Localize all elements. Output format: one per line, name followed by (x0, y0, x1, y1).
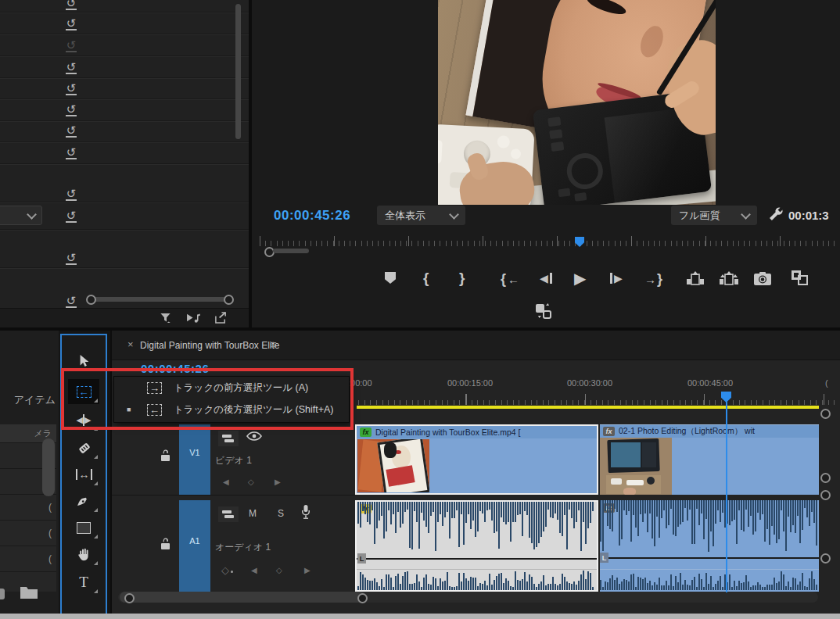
item-count-label: アイテム (14, 393, 56, 407)
audio-clip-1-selected[interactable]: fx L (355, 500, 598, 592)
sync-lock-icon[interactable] (218, 431, 239, 446)
track-scroll-handle[interactable] (820, 553, 831, 564)
fit-zoom-dropdown[interactable]: 全体表示 (377, 206, 465, 225)
video-clip-2[interactable]: fx 02-1 Photo Editing（LightRoom） wit (600, 424, 819, 495)
prev-keyframe-icon[interactable]: ◀ (223, 478, 229, 486)
playback-quality-dropdown[interactable]: フル画質 (671, 206, 757, 225)
keyframe-diamond-icon[interactable]: ◇ (248, 478, 254, 486)
type-tool[interactable]: T (68, 570, 99, 595)
slip-tool[interactable]: ↔ (68, 462, 99, 487)
reset-parameter-icon[interactable]: ↺ (64, 295, 78, 308)
reset-parameter-icon[interactable]: ↺ (64, 146, 78, 159)
step-back-icon[interactable]: ◀ (540, 272, 552, 284)
stacked-frames-icon[interactable] (792, 270, 808, 285)
volume-rubber-band[interactable] (600, 557, 819, 559)
mute-track-button[interactable]: M (246, 508, 259, 519)
next-keyframe-icon[interactable]: ▶ (275, 478, 281, 486)
keyframe-toggle-dot (231, 571, 233, 573)
new-bin-folder-icon[interactable] (20, 585, 38, 599)
rectangle-tool[interactable] (68, 515, 99, 540)
tool-flyout-mark (94, 455, 98, 459)
monitor-scrollbar[interactable] (273, 249, 309, 253)
fit-zoom-value: 全体表示 (385, 209, 425, 223)
mark-in-icon[interactable]: { (423, 270, 429, 287)
mark-out-icon[interactable]: } (459, 270, 465, 287)
export-frame-camera-icon[interactable] (754, 272, 771, 285)
keyframe-toggle-icon[interactable]: ◇ (221, 564, 229, 576)
a1-track-name[interactable]: オーディオ 1 (215, 541, 271, 554)
reset-parameter-icon[interactable]: ↺ (64, 252, 78, 265)
volume-rubber-band[interactable] (357, 558, 597, 560)
audio-clip-2[interactable]: fx L (600, 500, 819, 592)
channel-divider (600, 569, 819, 570)
track-lock-icon[interactable] (160, 449, 171, 462)
playback-quality-value: フル画質 (679, 209, 720, 223)
clip-thumbnail (357, 439, 429, 492)
track-scroll-handle[interactable] (820, 409, 831, 419)
monitor-time-ruler[interactable] (260, 234, 840, 246)
parameter-dropdown[interactable] (0, 206, 42, 225)
hscroll-handle-left[interactable] (124, 593, 135, 603)
a1-track-header: A1 M S オーディオ 1 ◇ ◀ ◇ ▶ (112, 500, 355, 592)
timeline-hscroll-thumb[interactable] (120, 592, 366, 603)
filter-icon[interactable] (160, 312, 171, 324)
play-icon[interactable]: ▶ (574, 269, 586, 288)
sync-lock-icon[interactable] (218, 506, 239, 522)
add-marker-icon[interactable] (385, 272, 396, 284)
type-tool-glyph: T (79, 574, 88, 591)
reset-parameter-icon[interactable]: ↺ (64, 124, 78, 138)
reset-parameter-icon[interactable]: ↺ (64, 17, 78, 30)
close-tab-icon[interactable]: × (127, 339, 134, 349)
next-keyframe-icon[interactable]: ▶ (304, 566, 311, 574)
solo-track-button[interactable]: S (275, 508, 287, 519)
sequence-tab-title[interactable]: Digital Painting with TourBox Elite (140, 340, 280, 351)
reset-parameter-icon[interactable]: ↺ (64, 82, 78, 95)
hscroll-handle-right[interactable] (357, 593, 368, 603)
project-item-row[interactable]: ( (0, 521, 56, 546)
razor-tool[interactable] (68, 435, 99, 460)
comparison-view-icon[interactable] (535, 303, 552, 319)
project-item-row[interactable]: ( (0, 495, 56, 521)
hand-tool[interactable] (68, 542, 99, 567)
step-forward-icon[interactable]: ▶ (610, 272, 623, 284)
reset-parameter-icon[interactable]: ↺ (64, 188, 78, 201)
scrollbar-handle-left[interactable] (86, 295, 96, 305)
extract-icon[interactable] (720, 271, 738, 285)
reset-parameter-icon[interactable]: ↺ (64, 61, 78, 74)
play-audio-icon[interactable] (186, 312, 201, 324)
track-scroll-handle[interactable] (820, 490, 831, 500)
playhead-timecode[interactable]: 00:00:45:26 (274, 208, 350, 224)
a1-label: A1 (189, 536, 199, 546)
export-icon[interactable] (214, 311, 228, 324)
v1-track-header: V1 ビデオ 1 ◀ ◇ ▶ (112, 424, 355, 496)
ruler-label: 00:00:30:00 (567, 378, 612, 388)
v1-track-name[interactable]: ビデオ 1 (215, 454, 252, 467)
toggle-track-output-eye-icon[interactable] (246, 431, 262, 442)
video-clip-1-selected[interactable]: fx Digital Painting with TourBox Elite.m… (355, 424, 598, 495)
track-lock-icon[interactable] (160, 538, 171, 550)
prev-keyframe-icon[interactable]: ◀ (251, 566, 257, 574)
project-item-row[interactable]: ( (0, 546, 56, 572)
go-to-in-icon[interactable]: {← (501, 271, 519, 288)
reset-parameter-icon[interactable]: ↺ (64, 209, 78, 223)
vertical-scrollbar[interactable] (42, 438, 55, 496)
track-scroll-handle[interactable] (820, 473, 831, 483)
reset-parameter-icon[interactable]: ↺ (64, 103, 78, 116)
lift-icon[interactable] (687, 271, 704, 285)
go-to-out-icon[interactable]: →} (644, 271, 662, 288)
horizontal-scrollbar[interactable] (92, 297, 226, 302)
timeline-ruler[interactable] (346, 392, 840, 405)
sequence-duration: 00:01:3 (788, 209, 829, 222)
panel-menu-icon[interactable]: ≡ (270, 338, 277, 351)
chevron-down-icon (741, 209, 751, 220)
vertical-scrollbar[interactable] (235, 4, 241, 139)
settings-wrench-icon[interactable] (768, 206, 784, 222)
voiceover-mic-icon[interactable] (301, 505, 311, 519)
a1-track-target[interactable]: A1 (179, 500, 210, 592)
keyframe-diamond-icon[interactable]: ◇ (276, 566, 282, 574)
scrollbar-handle-right[interactable] (224, 295, 234, 305)
pen-tool[interactable] (68, 488, 99, 513)
row-divider (0, 55, 249, 57)
v1-track-target[interactable]: V1 (179, 424, 210, 495)
reset-parameter-icon[interactable]: ↺ (64, 0, 78, 10)
